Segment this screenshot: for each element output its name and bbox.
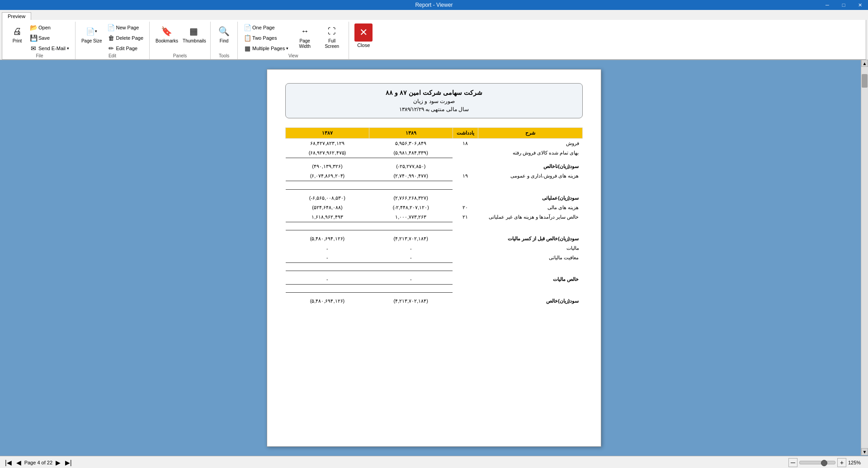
ribbon-group-tools: 🔍 Find Tools (211, 22, 238, 59)
table-separator-row (286, 284, 583, 288)
table-row: خالص مالیات-- (286, 275, 583, 284)
table-separator-row (286, 230, 583, 234)
one-page-button[interactable]: 📄 One Page (241, 23, 291, 33)
print-button[interactable]: 🖨 Print (8, 23, 27, 45)
edit-page-button[interactable]: ✏ Edit Page (105, 43, 146, 53)
table-separator-row (286, 181, 583, 185)
financial-table: شرح یادداشت ۱۳۸۹ ۱۳۸۷ فروش۱۸۵,۹۵۶,۳۰۶,۸۴… (285, 127, 583, 306)
table-row: مالیات-- (286, 243, 583, 253)
first-page-button[interactable]: |◀ (4, 459, 13, 466)
tools-buttons: 🔍 Find (215, 23, 234, 45)
prev-page-button[interactable]: ◀ (15, 459, 23, 466)
report-subtitle: صورت سود و زیان (295, 98, 573, 104)
two-pages-icon: 📋 (244, 34, 251, 42)
full-screen-icon: ⛶ (325, 24, 339, 38)
table-header-row: شرح یادداشت ۱۳۸۹ ۱۳۸۷ (286, 128, 583, 139)
multiple-pages-button[interactable]: ▦ Multiple Pages ▾ (241, 43, 291, 53)
scroll-down-button[interactable]: ▼ (861, 448, 868, 455)
view-sub-buttons: 📄 One Page 📋 Two Pages ▦ Multiple Pages … (241, 23, 291, 53)
thumbnails-icon: ▦ (186, 24, 201, 38)
table-row: فروش۱۸۵,۹۵۶,۳۰۶,۸۴۹۶۸,۴۲۷,۸۲۳,۱۲۹ (286, 139, 583, 149)
delete-page-icon: 🗑 (108, 34, 115, 42)
document-header: شرکت سهامی شرکت امین ۸۷ و ۸۸ صورت سود و … (285, 83, 583, 118)
table-separator-row (286, 271, 583, 275)
ribbon-content: 🖨 Print 📂 Open 💾 Save ✉ Send E-Mail (2, 20, 866, 60)
vertical-scrollbar[interactable]: ▲ ▼ (861, 60, 868, 455)
one-page-icon: 📄 (244, 24, 251, 31)
bookmarks-button[interactable]: 🔖 Bookmarks (153, 23, 179, 45)
save-icon: 💾 (30, 34, 37, 42)
table-row: سود(زیان)خالص(۴,۲۱۳,۷۰۲,۱۸۴)(۵,۴۸۰,۶۹۴,۱… (286, 296, 583, 306)
thumbnails-button[interactable]: ▦ Thumbnails (180, 23, 207, 45)
col-header-1387: ۱۳۸۷ (286, 128, 369, 139)
table-separator-row (286, 293, 583, 297)
email-button[interactable]: ✉ Send E-Mail ▾ (28, 43, 71, 53)
multiple-pages-icon: ▦ (244, 45, 251, 52)
save-button[interactable]: 💾 Save (28, 33, 71, 43)
title-bar: Report - Viewer ─ □ ✕ (0, 0, 868, 10)
view-buttons: 📄 One Page 📋 Two Pages ▦ Multiple Pages … (241, 23, 345, 53)
email-icon: ✉ (30, 45, 37, 52)
panels-buttons: 🔖 Bookmarks ▦ Thumbnails (153, 23, 207, 45)
window-close-button[interactable]: ✕ (852, 0, 868, 10)
zoom-thumb[interactable] (821, 460, 827, 466)
main-area: شرکت سهامی شرکت امین ۸۷ و ۸۸ صورت سود و … (0, 60, 868, 456)
ribbon-group-close: ✕ Close (349, 22, 378, 59)
company-name: شرکت سهامی شرکت امین ۸۷ و ۸۸ (295, 89, 573, 96)
last-page-button[interactable]: ▶| (64, 459, 73, 466)
file-buttons: 🖨 Print 📂 Open 💾 Save ✉ Send E-Mail (8, 23, 71, 53)
two-pages-button[interactable]: 📋 Two Pages (241, 33, 291, 43)
zoom-in-button[interactable]: + (837, 458, 846, 467)
table-row: هزینه های مالی۲۰(۲,۴۴۸,۲۰۷,۱۲۰-)(۵۲۴,۶۴۸… (286, 203, 583, 212)
ribbon: Preview 🖨 Print 📂 Open 💾 Save (0, 10, 868, 60)
page-size-button[interactable]: 📄▾ Page Size (79, 23, 104, 45)
print-icon: 🖨 (10, 24, 24, 38)
full-screen-button[interactable]: ⛶ Full Screen (319, 23, 345, 51)
ribbon-tab: Preview (2, 11, 866, 20)
open-button[interactable]: 📂 Open (28, 23, 71, 33)
table-gap-row (286, 226, 583, 230)
status-bar: |◀ ◀ Page 4 of 22 ▶ ▶| ─ + 125% (0, 456, 868, 468)
find-icon: 🔍 (217, 24, 231, 38)
delete-page-button[interactable]: 🗑 Delete Page (105, 33, 146, 43)
bookmarks-icon: 🔖 (159, 24, 174, 38)
table-separator-row (286, 158, 583, 162)
zoom-level: 125% (848, 460, 864, 465)
page-size-icon: 📄▾ (85, 24, 99, 38)
page-navigation: |◀ ◀ Page 4 of 22 ▶ ▶| (4, 459, 73, 466)
col-header-sharh: شرح (478, 128, 582, 139)
open-icon: 📂 (30, 24, 37, 31)
file-sub-buttons: 📂 Open 💾 Save ✉ Send E-Mail ▾ (28, 23, 71, 53)
scroll-thumb[interactable] (862, 74, 868, 88)
next-page-button[interactable]: ▶ (54, 459, 62, 466)
close-report-button[interactable]: ✕ Close (353, 23, 374, 49)
table-row: سود(زیان)ناخالص(۲۵,۲۷۷,۸۵۰-)(۴۹۰,۱۳۹,۳۲۶… (286, 162, 583, 171)
col-header-1389: ۱۳۸۹ (369, 128, 453, 139)
ribbon-group-view: 📄 One Page 📋 Two Pages ▦ Multiple Pages … (238, 22, 349, 59)
table-row: معافیت مالیاتی-- (286, 253, 583, 262)
ribbon-group-file: 🖨 Print 📂 Open 💾 Save ✉ Send E-Mail (4, 22, 75, 59)
ribbon-group-edit: 📄▾ Page Size 📄 New Page 🗑 Delete Page ✏ … (75, 22, 150, 59)
table-separator-row (286, 262, 583, 267)
table-row: بهای تمام شده کالای فروش رفته(۵,۹۸۱,۴۸۴,… (286, 148, 583, 158)
report-date: سال مالی منتهی به ۱۳۸۹/۱۲/۲۹ (295, 106, 573, 112)
table-separator-row (286, 222, 583, 226)
minimize-button[interactable]: ─ (819, 0, 835, 10)
edit-sub-buttons: 📄 New Page 🗑 Delete Page ✏ Edit Page (105, 23, 146, 53)
zoom-out-button[interactable]: ─ (788, 458, 797, 467)
find-button[interactable]: 🔍 Find (215, 23, 234, 45)
maximize-button[interactable]: □ (835, 0, 852, 10)
window-controls: ─ □ ✕ (819, 0, 868, 10)
new-page-button[interactable]: 📄 New Page (105, 23, 146, 33)
edit-buttons: 📄▾ Page Size 📄 New Page 🗑 Delete Page ✏ … (79, 23, 146, 53)
tab-preview[interactable]: Preview (2, 12, 31, 20)
scroll-up-button[interactable]: ▲ (861, 60, 868, 67)
page-info: Page 4 of 22 (24, 460, 52, 465)
col-header-note: یادداشت (453, 128, 478, 139)
table-separator-row (286, 189, 583, 193)
table-gap-row (286, 288, 583, 293)
page-width-button[interactable]: ↔ Page Width (292, 23, 318, 51)
table-row: خالص سایر درآمدها و هزینه های غیر عملیات… (286, 212, 583, 222)
zoom-slider[interactable] (799, 461, 835, 464)
status-right: ─ + 125% (788, 458, 864, 467)
